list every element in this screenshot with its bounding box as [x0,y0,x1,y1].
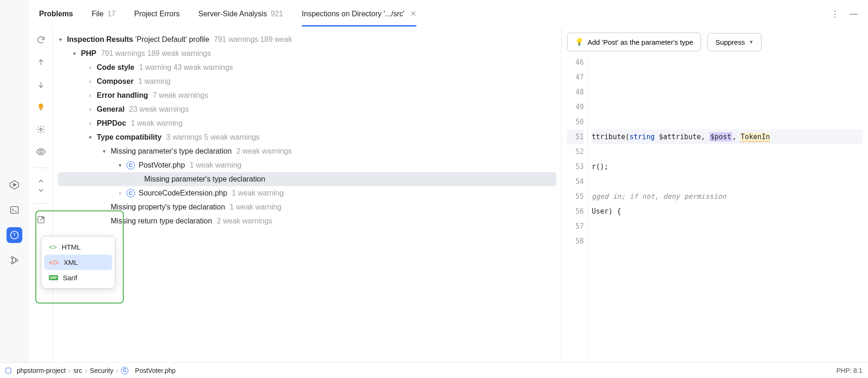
suppress-button[interactable]: Suppress▼ [708,33,761,51]
tree-php[interactable]: ▾PHP791 warnings 189 weak warnings [53,47,561,61]
tree-issue-selected[interactable]: Missing parameter's type declaration [58,172,556,186]
tab-file[interactable]: File17 [92,2,116,26]
tree-type-compat[interactable]: ▾Type compatibility3 warnings 5 weak war… [53,130,561,144]
tree-phpdoc[interactable]: ›PHPDoc1 weak warning [53,116,561,130]
problems-tool-icon[interactable] [7,227,22,243]
tree-missing-prop[interactable]: Missing property's type declaration1 wea… [53,200,561,214]
tree-file-postvoter[interactable]: ▾CPostVoter.php1 weak warning [53,158,561,172]
breadcrumb-project[interactable]: phpstorm-project [17,367,66,374]
run-icon[interactable] [7,177,22,193]
breadcrumb-security[interactable]: Security [90,367,114,374]
tree-missing-param[interactable]: ▾Missing parameter's type declaration2 w… [53,144,561,158]
prev-icon[interactable] [34,56,47,69]
class-file-icon: C [127,161,135,169]
tree-error-handling[interactable]: ›Error handling7 weak warnings [53,88,561,102]
more-icon[interactable]: ⋮ [831,9,839,19]
svg-rect-2 [10,207,18,214]
svg-marker-1 [13,183,16,186]
tab-inspections[interactable]: Inspections on Directory '.../src'✕ [302,2,416,26]
bulb-icon: 💡 [575,38,584,46]
refresh-icon[interactable] [34,34,47,47]
bulb-icon[interactable] [34,101,47,114]
php-version[interactable]: PHP: 8.1 [836,367,862,374]
code-content[interactable]: ttribute(string $attribute, $post, Token… [588,55,862,358]
close-icon[interactable]: ✕ [410,9,416,18]
export-xml[interactable]: </> XML [44,255,112,270]
tree-missing-return[interactable]: Missing return type declaration2 weak wa… [53,214,561,228]
export-html[interactable]: <> HTML [44,239,112,255]
export-icon[interactable] [34,213,47,226]
export-sarif[interactable]: SRF Sarif [44,270,112,285]
problems-tab-bar: Problems File17 Project Errors Server-Si… [29,0,868,28]
project-icon [6,368,11,373]
xml-icon: </> [49,258,59,266]
export-format-popup: <> HTML </> XML SRF Sarif [41,236,115,289]
svg-rect-7 [40,109,42,110]
tree-general[interactable]: ›General23 weak warnings [53,102,561,116]
tree-root[interactable]: ▾Inspection Results 'Project Default' pr… [53,33,561,47]
sarif-icon: SRF [49,275,58,280]
tab-server-analysis[interactable]: Server-Side Analysis921 [198,2,283,26]
class-file-icon: C [127,189,135,197]
status-bar: phpstorm-project › src › Security › C Po… [0,362,868,378]
svg-point-5 [11,262,13,264]
breadcrumb-src[interactable]: src [73,367,82,374]
tab-problems[interactable]: Problems [39,2,73,26]
breadcrumb-file[interactable]: PostVoter.php [135,367,175,374]
minimize-icon[interactable]: — [849,9,858,19]
html-icon: <> [49,243,57,251]
svg-point-8 [40,128,42,131]
tree-code-style[interactable]: ›Code style1 warning 43 weak warnings [53,61,561,74]
line-gutter: 46 47 48 49 50 51 52 53 54 55 56 57 58 [567,55,588,358]
vcs-icon[interactable] [7,252,22,268]
settings-icon[interactable] [34,123,47,136]
terminal-icon[interactable] [7,202,22,218]
svg-point-4 [11,256,13,259]
svg-point-6 [15,259,18,262]
left-tool-rail [0,0,29,362]
collapse-icon[interactable] [34,186,47,194]
tab-project-errors[interactable]: Project Errors [134,2,180,26]
tree-file-sourceext[interactable]: ›CSourceCodeExtension.php1 weak warning [53,186,561,200]
expand-icon[interactable] [34,177,47,186]
code-preview-panel: 💡 Add 'Post' as the parameter's type Sup… [561,28,868,362]
inspection-tree[interactable]: ▾Inspection Results 'Project Default' pr… [53,28,561,362]
tree-composer[interactable]: ›Composer1 warning [53,74,561,88]
svg-point-9 [40,150,42,153]
quick-fix-button[interactable]: 💡 Add 'Post' as the parameter's type [567,33,701,51]
class-file-icon: C [121,367,128,374]
next-icon[interactable] [34,78,47,91]
preview-icon[interactable] [34,145,47,158]
inspection-toolbar [29,28,53,362]
